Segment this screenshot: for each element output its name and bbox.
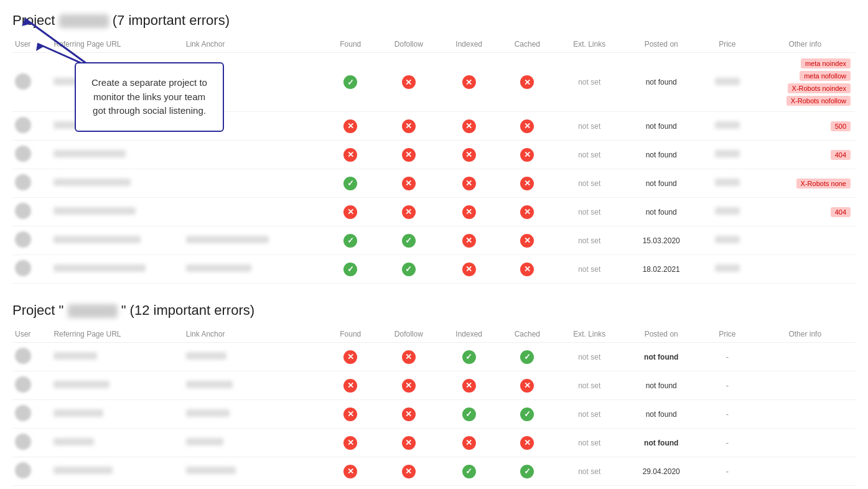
avatar (15, 405, 31, 421)
check-icon: ✓ (520, 465, 534, 478)
project1-header-row: User Referring Page URL Link Anchor Foun… (12, 36, 856, 53)
avatar (15, 376, 31, 393)
x-icon: ✕ (343, 436, 357, 450)
indexed-cell: ✓ (440, 457, 498, 486)
ext-links-cell: not set (556, 226, 622, 255)
project2-title: Project " " (12 important errors) (12, 302, 856, 319)
table-row: ✓ ✓ ✕ ✕ not set 15.03.2020 (12, 226, 856, 255)
table-row: ✕ ✕ ✕ ✕ not set 19.07.2018 - (12, 486, 856, 490)
other-info-tags: meta noindexmeta nofollowX-Robots noinde… (757, 58, 851, 106)
posted-cell: 15.03.2020 (622, 226, 700, 255)
indexed-cell: ✕ (440, 53, 498, 112)
table-row: ✕ ✕ ✕ ✕ not set not found 404 (12, 141, 856, 169)
tooltip-wrapper: Create a separate project to monitor the… (75, 62, 224, 132)
posted-cell: not found (622, 141, 700, 169)
price-cell (700, 169, 754, 198)
col2-price-header: Price (700, 326, 754, 343)
user-cell (12, 53, 51, 112)
check-icon: ✓ (343, 75, 357, 89)
other-info-tags: 404 (757, 207, 851, 218)
table-row: ✓ ✕ ✕ ✕ not set not found X-Robots none (12, 169, 856, 198)
tooltip-box: Create a separate project to monitor the… (75, 62, 224, 132)
x-icon: ✕ (462, 234, 476, 248)
other-info-tag: 500 (831, 121, 851, 131)
x-icon: ✕ (343, 205, 357, 219)
posted-cell: not found (622, 169, 700, 198)
table-row: ✕ ✕ ✓ ✓ not set not found - (12, 400, 856, 429)
col2-cached-header: Cached (498, 326, 556, 343)
x-icon: ✕ (520, 205, 534, 219)
col2-ext-header: Ext. Links (556, 326, 622, 343)
x-icon: ✕ (462, 263, 476, 276)
cached-cell: ✓ (498, 343, 556, 371)
x-icon: ✕ (343, 379, 357, 393)
ref-cell (51, 486, 183, 490)
col-user-header: User (12, 36, 51, 53)
user-cell (12, 400, 51, 429)
project2-header-row: User Referring Page URL Link Anchor Foun… (12, 326, 856, 343)
posted-cell: 19.07.2018 (622, 486, 700, 490)
indexed-cell: ✕ (440, 198, 498, 226)
col2-indexed-header: Indexed (440, 326, 498, 343)
project1-title: Project (7 important errors) (12, 12, 856, 29)
check-icon: ✓ (402, 263, 416, 276)
col2-other-header: Other info (755, 326, 856, 343)
ext-links-cell: not set (556, 169, 622, 198)
project2-section: Project " " (12 important errors) User R… (12, 302, 856, 489)
found-cell: ✕ (324, 343, 378, 371)
x-icon: ✕ (402, 148, 416, 162)
dofollow-cell: ✕ (378, 343, 440, 371)
x-icon: ✕ (402, 436, 416, 450)
ext-links-cell: not set (556, 198, 622, 226)
other-info-cell (755, 226, 856, 255)
ref-cell (51, 255, 183, 284)
dofollow-cell: ✕ (378, 486, 440, 490)
col-ref-header: Referring Page URL (51, 36, 183, 53)
x-icon: ✕ (402, 177, 416, 190)
dofollow-cell: ✕ (378, 169, 440, 198)
other-info-cell (755, 429, 856, 457)
other-info-tags: X-Robots none (757, 178, 851, 189)
indexed-cell: ✓ (440, 343, 498, 371)
anchor-cell (184, 486, 324, 490)
col-dofollow-header: Dofollow (378, 36, 440, 53)
posted-cell: not found (622, 371, 700, 400)
user-cell (12, 371, 51, 400)
anchor-cell (184, 255, 324, 284)
price-cell (700, 112, 754, 141)
indexed-cell: ✕ (440, 486, 498, 490)
col-found-header: Found (324, 36, 378, 53)
posted-cell: not found (622, 198, 700, 226)
ext-links-cell: not set (556, 400, 622, 429)
dofollow-cell: ✕ (378, 112, 440, 141)
x-icon: ✕ (402, 205, 416, 219)
anchor-cell (184, 400, 324, 429)
check-icon: ✓ (343, 177, 357, 190)
x-icon: ✕ (520, 177, 534, 190)
dofollow-cell: ✓ (378, 255, 440, 284)
col2-user-header: User (12, 326, 51, 343)
ext-links-cell: not set (556, 429, 622, 457)
col-indexed-header: Indexed (440, 36, 498, 53)
table-row: ✕ ✕ ✕ ✕ not set not found - (12, 429, 856, 457)
x-icon: ✕ (462, 177, 476, 190)
ext-links-cell: not set (556, 112, 622, 141)
x-icon: ✕ (343, 465, 357, 478)
user-cell (12, 255, 51, 284)
indexed-cell: ✕ (440, 112, 498, 141)
project1-title-suffix: (7 important errors) (113, 12, 230, 28)
table-row: ✕ ✕ ✕ ✕ not set not found 404 (12, 198, 856, 226)
price-cell: - (700, 343, 754, 371)
cached-cell: ✕ (498, 486, 556, 490)
indexed-cell: ✕ (440, 169, 498, 198)
price-cell: - (700, 457, 754, 486)
x-icon: ✕ (402, 75, 416, 89)
cached-cell: ✓ (498, 457, 556, 486)
found-cell: ✓ (324, 169, 378, 198)
found-cell: ✓ (324, 226, 378, 255)
avatar (15, 231, 31, 248)
x-icon: ✕ (402, 465, 416, 478)
other-info-cell: X-Robots none (755, 169, 856, 198)
x-icon: ✕ (343, 350, 357, 364)
anchor-cell (184, 343, 324, 371)
